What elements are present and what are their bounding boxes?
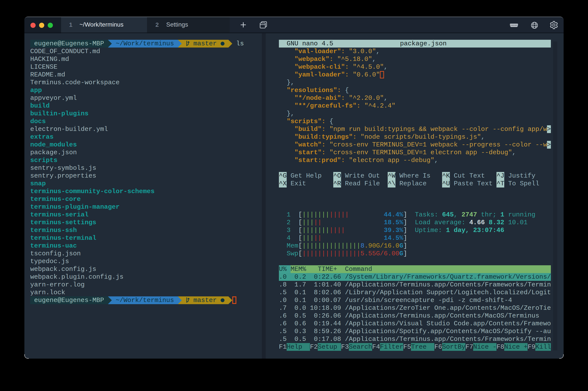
svg-text:IOIOI: IOIOI: [510, 24, 518, 27]
